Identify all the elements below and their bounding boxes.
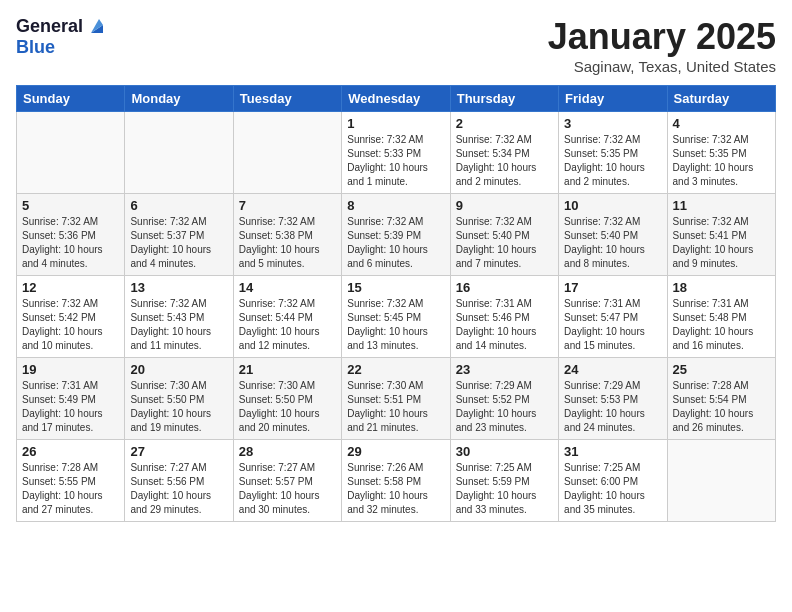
header-friday: Friday xyxy=(559,86,667,112)
cell-content: Sunrise: 7:32 AM Sunset: 5:35 PM Dayligh… xyxy=(673,133,770,189)
header-sunday: Sunday xyxy=(17,86,125,112)
cell-content: Sunrise: 7:32 AM Sunset: 5:38 PM Dayligh… xyxy=(239,215,336,271)
calendar-cell: 8Sunrise: 7:32 AM Sunset: 5:39 PM Daylig… xyxy=(342,194,450,276)
calendar-table: SundayMondayTuesdayWednesdayThursdayFrid… xyxy=(16,85,776,522)
calendar-cell: 14Sunrise: 7:32 AM Sunset: 5:44 PM Dayli… xyxy=(233,276,341,358)
calendar-cell: 17Sunrise: 7:31 AM Sunset: 5:47 PM Dayli… xyxy=(559,276,667,358)
calendar-cell: 22Sunrise: 7:30 AM Sunset: 5:51 PM Dayli… xyxy=(342,358,450,440)
calendar-cell: 3Sunrise: 7:32 AM Sunset: 5:35 PM Daylig… xyxy=(559,112,667,194)
cell-content: Sunrise: 7:30 AM Sunset: 5:51 PM Dayligh… xyxy=(347,379,444,435)
calendar-cell xyxy=(17,112,125,194)
calendar-cell: 2Sunrise: 7:32 AM Sunset: 5:34 PM Daylig… xyxy=(450,112,558,194)
calendar-cell: 10Sunrise: 7:32 AM Sunset: 5:40 PM Dayli… xyxy=(559,194,667,276)
header-wednesday: Wednesday xyxy=(342,86,450,112)
calendar-cell: 29Sunrise: 7:26 AM Sunset: 5:58 PM Dayli… xyxy=(342,440,450,522)
day-number: 29 xyxy=(347,444,444,459)
cell-content: Sunrise: 7:26 AM Sunset: 5:58 PM Dayligh… xyxy=(347,461,444,517)
day-number: 22 xyxy=(347,362,444,377)
day-number: 25 xyxy=(673,362,770,377)
day-number: 14 xyxy=(239,280,336,295)
calendar-cell: 26Sunrise: 7:28 AM Sunset: 5:55 PM Dayli… xyxy=(17,440,125,522)
cell-content: Sunrise: 7:27 AM Sunset: 5:57 PM Dayligh… xyxy=(239,461,336,517)
calendar-cell: 19Sunrise: 7:31 AM Sunset: 5:49 PM Dayli… xyxy=(17,358,125,440)
calendar-cell: 15Sunrise: 7:32 AM Sunset: 5:45 PM Dayli… xyxy=(342,276,450,358)
month-title: January 2025 xyxy=(548,16,776,58)
header-saturday: Saturday xyxy=(667,86,775,112)
calendar-cell: 24Sunrise: 7:29 AM Sunset: 5:53 PM Dayli… xyxy=(559,358,667,440)
day-number: 13 xyxy=(130,280,227,295)
day-number: 11 xyxy=(673,198,770,213)
calendar-cell: 21Sunrise: 7:30 AM Sunset: 5:50 PM Dayli… xyxy=(233,358,341,440)
calendar-cell: 23Sunrise: 7:29 AM Sunset: 5:52 PM Dayli… xyxy=(450,358,558,440)
calendar-week-row: 19Sunrise: 7:31 AM Sunset: 5:49 PM Dayli… xyxy=(17,358,776,440)
calendar-cell xyxy=(125,112,233,194)
calendar-cell: 9Sunrise: 7:32 AM Sunset: 5:40 PM Daylig… xyxy=(450,194,558,276)
calendar-cell: 28Sunrise: 7:27 AM Sunset: 5:57 PM Dayli… xyxy=(233,440,341,522)
cell-content: Sunrise: 7:32 AM Sunset: 5:40 PM Dayligh… xyxy=(564,215,661,271)
cell-content: Sunrise: 7:30 AM Sunset: 5:50 PM Dayligh… xyxy=(130,379,227,435)
page-header: General Blue January 2025 Saginaw, Texas… xyxy=(16,16,776,75)
cell-content: Sunrise: 7:31 AM Sunset: 5:49 PM Dayligh… xyxy=(22,379,119,435)
calendar-cell: 6Sunrise: 7:32 AM Sunset: 5:37 PM Daylig… xyxy=(125,194,233,276)
calendar-cell: 27Sunrise: 7:27 AM Sunset: 5:56 PM Dayli… xyxy=(125,440,233,522)
day-number: 26 xyxy=(22,444,119,459)
cell-content: Sunrise: 7:29 AM Sunset: 5:53 PM Dayligh… xyxy=(564,379,661,435)
cell-content: Sunrise: 7:31 AM Sunset: 5:47 PM Dayligh… xyxy=(564,297,661,353)
day-number: 17 xyxy=(564,280,661,295)
day-number: 28 xyxy=(239,444,336,459)
day-number: 16 xyxy=(456,280,553,295)
calendar-cell: 25Sunrise: 7:28 AM Sunset: 5:54 PM Dayli… xyxy=(667,358,775,440)
calendar-cell: 12Sunrise: 7:32 AM Sunset: 5:42 PM Dayli… xyxy=(17,276,125,358)
cell-content: Sunrise: 7:25 AM Sunset: 5:59 PM Dayligh… xyxy=(456,461,553,517)
day-number: 10 xyxy=(564,198,661,213)
day-number: 8 xyxy=(347,198,444,213)
cell-content: Sunrise: 7:32 AM Sunset: 5:37 PM Dayligh… xyxy=(130,215,227,271)
day-number: 9 xyxy=(456,198,553,213)
cell-content: Sunrise: 7:32 AM Sunset: 5:40 PM Dayligh… xyxy=(456,215,553,271)
day-number: 31 xyxy=(564,444,661,459)
calendar-cell: 4Sunrise: 7:32 AM Sunset: 5:35 PM Daylig… xyxy=(667,112,775,194)
calendar-week-row: 5Sunrise: 7:32 AM Sunset: 5:36 PM Daylig… xyxy=(17,194,776,276)
cell-content: Sunrise: 7:32 AM Sunset: 5:36 PM Dayligh… xyxy=(22,215,119,271)
calendar-cell: 31Sunrise: 7:25 AM Sunset: 6:00 PM Dayli… xyxy=(559,440,667,522)
cell-content: Sunrise: 7:25 AM Sunset: 6:00 PM Dayligh… xyxy=(564,461,661,517)
cell-content: Sunrise: 7:27 AM Sunset: 5:56 PM Dayligh… xyxy=(130,461,227,517)
calendar-header-row: SundayMondayTuesdayWednesdayThursdayFrid… xyxy=(17,86,776,112)
calendar-cell xyxy=(233,112,341,194)
header-tuesday: Tuesday xyxy=(233,86,341,112)
cell-content: Sunrise: 7:28 AM Sunset: 5:54 PM Dayligh… xyxy=(673,379,770,435)
cell-content: Sunrise: 7:29 AM Sunset: 5:52 PM Dayligh… xyxy=(456,379,553,435)
cell-content: Sunrise: 7:32 AM Sunset: 5:42 PM Dayligh… xyxy=(22,297,119,353)
cell-content: Sunrise: 7:32 AM Sunset: 5:44 PM Dayligh… xyxy=(239,297,336,353)
day-number: 21 xyxy=(239,362,336,377)
cell-content: Sunrise: 7:28 AM Sunset: 5:55 PM Dayligh… xyxy=(22,461,119,517)
calendar-cell: 7Sunrise: 7:32 AM Sunset: 5:38 PM Daylig… xyxy=(233,194,341,276)
header-monday: Monday xyxy=(125,86,233,112)
day-number: 23 xyxy=(456,362,553,377)
day-number: 2 xyxy=(456,116,553,131)
calendar-week-row: 26Sunrise: 7:28 AM Sunset: 5:55 PM Dayli… xyxy=(17,440,776,522)
day-number: 24 xyxy=(564,362,661,377)
cell-content: Sunrise: 7:32 AM Sunset: 5:43 PM Dayligh… xyxy=(130,297,227,353)
calendar-cell: 1Sunrise: 7:32 AM Sunset: 5:33 PM Daylig… xyxy=(342,112,450,194)
cell-content: Sunrise: 7:32 AM Sunset: 5:41 PM Dayligh… xyxy=(673,215,770,271)
calendar-cell xyxy=(667,440,775,522)
day-number: 7 xyxy=(239,198,336,213)
calendar-week-row: 1Sunrise: 7:32 AM Sunset: 5:33 PM Daylig… xyxy=(17,112,776,194)
calendar-cell: 13Sunrise: 7:32 AM Sunset: 5:43 PM Dayli… xyxy=(125,276,233,358)
location-text: Saginaw, Texas, United States xyxy=(548,58,776,75)
cell-content: Sunrise: 7:32 AM Sunset: 5:34 PM Dayligh… xyxy=(456,133,553,189)
cell-content: Sunrise: 7:32 AM Sunset: 5:45 PM Dayligh… xyxy=(347,297,444,353)
logo-blue-text: Blue xyxy=(16,37,55,57)
cell-content: Sunrise: 7:31 AM Sunset: 5:48 PM Dayligh… xyxy=(673,297,770,353)
title-section: January 2025 Saginaw, Texas, United Stat… xyxy=(548,16,776,75)
day-number: 27 xyxy=(130,444,227,459)
calendar-cell: 20Sunrise: 7:30 AM Sunset: 5:50 PM Dayli… xyxy=(125,358,233,440)
day-number: 6 xyxy=(130,198,227,213)
calendar-week-row: 12Sunrise: 7:32 AM Sunset: 5:42 PM Dayli… xyxy=(17,276,776,358)
calendar-cell: 18Sunrise: 7:31 AM Sunset: 5:48 PM Dayli… xyxy=(667,276,775,358)
day-number: 20 xyxy=(130,362,227,377)
logo: General Blue xyxy=(16,16,107,58)
calendar-cell: 5Sunrise: 7:32 AM Sunset: 5:36 PM Daylig… xyxy=(17,194,125,276)
day-number: 19 xyxy=(22,362,119,377)
